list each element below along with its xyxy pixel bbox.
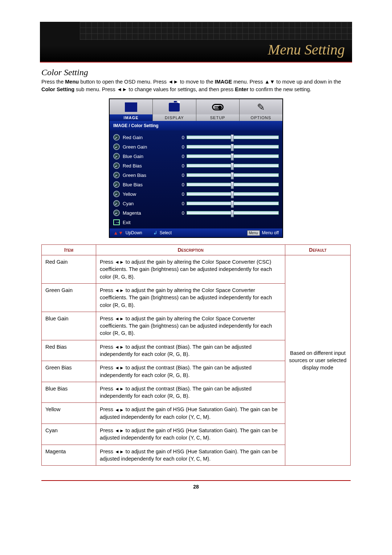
footer-select: ↲Select	[153, 230, 172, 236]
osd-row-magenta[interactable]: Magenta0	[113, 208, 279, 218]
text: to adjust the gain by altering the Color…	[100, 316, 272, 336]
knob-icon	[113, 162, 120, 169]
text: to adjust the gain by altering the Color…	[100, 259, 272, 280]
knob-icon	[113, 134, 120, 141]
knob-icon	[113, 172, 120, 178]
options-tab-icon: ✎	[253, 101, 269, 114]
osd-tab-display[interactable]: DISPLAY	[152, 99, 196, 121]
osd-row-blue-gain[interactable]: Blue Gain0	[113, 151, 279, 161]
osd-row-yellow[interactable]: Yellow0	[113, 189, 279, 199]
slider[interactable]	[187, 135, 279, 139]
left-right-icon: ◄►	[115, 344, 124, 351]
osd-row-value: 0	[173, 154, 184, 159]
left-right-icon: ◄►	[115, 287, 124, 294]
text: to move to the	[179, 79, 215, 85]
osd-row-blue-bias[interactable]: Blue Bias0	[113, 180, 279, 189]
footer-rule	[41, 480, 351, 481]
slider[interactable]	[187, 183, 279, 186]
osd-row-label: Exit	[123, 220, 173, 225]
left-right-icon: ◄►	[115, 365, 124, 371]
osd-row-red-bias[interactable]: Red Bias0	[113, 161, 279, 170]
exit-icon	[113, 219, 120, 225]
osd-tab-setup[interactable]: SETUP	[196, 99, 239, 121]
osd-row-label: Red Gain	[123, 135, 173, 140]
intro-paragraph: Press the Menu button to open the OSD me…	[41, 78, 351, 93]
osd-row-value: 0	[173, 135, 184, 140]
cell-item: Blue Gain	[42, 312, 96, 340]
footer-label: Select	[160, 230, 172, 235]
osd-row-red-gain[interactable]: Red Gain0	[113, 133, 279, 142]
cell-item: Cyan	[42, 424, 96, 445]
spec-table: Item Description Default Red Gain Press …	[41, 244, 351, 466]
text: Press	[100, 365, 115, 370]
section-title: Color Setting	[41, 68, 351, 77]
text: Press	[100, 428, 115, 433]
cell-desc: Press ◄► to adjust the gain by altering …	[96, 312, 285, 340]
cell-desc: Press ◄► to adjust the gain by altering …	[96, 283, 285, 312]
col-item: Item	[42, 245, 96, 255]
cell-item: Red Gain	[42, 255, 96, 284]
osd-tab-label: DISPLAY	[153, 114, 196, 121]
osd-tab-label: OPTIONS	[240, 114, 282, 121]
osd-breadcrumb: IMAGE / Color Setting	[110, 121, 282, 130]
osd-tab-label: IMAGE	[110, 114, 152, 121]
knob-icon	[113, 191, 120, 197]
text: Press	[100, 449, 115, 454]
up-down-icon: ▲▼	[265, 79, 275, 85]
footer-updown: ▲▼UpDown	[113, 230, 142, 236]
osd-row-label: Blue Bias	[123, 182, 173, 187]
text: Press	[100, 287, 115, 293]
text: sub menu. Press	[74, 86, 117, 92]
osd-panel: IMAGE DISPLAY SETUP ✎ OPTIONS IMAGE / Co…	[109, 98, 283, 238]
left-right-icon: ◄►	[115, 428, 124, 434]
osd-tabs: IMAGE DISPLAY SETUP ✎ OPTIONS	[110, 99, 282, 121]
slider[interactable]	[187, 211, 279, 215]
slider[interactable]	[187, 192, 279, 196]
left-right-icon: ◄►	[115, 386, 124, 392]
cell-item: Magenta	[42, 445, 96, 466]
osd-row-green-bias[interactable]: Green Bias0	[113, 170, 279, 180]
osd-row-label: Cyan	[123, 201, 173, 206]
slider[interactable]	[187, 145, 279, 149]
osd-tab-options[interactable]: ✎ OPTIONS	[239, 99, 282, 121]
osd-row-exit[interactable]: Exit	[113, 218, 279, 227]
col-desc: Description	[96, 245, 285, 255]
text: to confirm the new setting.	[248, 86, 311, 92]
osd-row-value: 0	[173, 144, 184, 150]
osd-row-value: 0	[173, 163, 184, 169]
cell-desc: Press ◄► to adjust the contrast (Bias). …	[96, 340, 285, 361]
cell-desc: Press ◄► to adjust the gain of HSG (Hue …	[96, 424, 285, 445]
osd-tab-label: SETUP	[196, 114, 239, 121]
osd-row-cyan[interactable]: Cyan0	[113, 199, 279, 208]
left-right-icon: ◄►	[117, 86, 127, 92]
slider[interactable]	[187, 173, 279, 177]
footer-label: Menu off	[262, 230, 279, 235]
cell-item: Red Bias	[42, 340, 96, 361]
setup-tab-icon	[210, 101, 225, 114]
page-number: 28	[41, 484, 351, 490]
knob-icon	[113, 143, 120, 150]
header-banner: Menu Setting	[40, 22, 352, 62]
left-right-icon: ◄►	[115, 449, 124, 455]
osd-body: Red Gain0 Green Gain0 Blue Gain0 Red Bia…	[110, 130, 282, 228]
col-default: Default	[285, 245, 351, 255]
knob-icon	[113, 200, 120, 207]
text: to move up and down in the	[276, 79, 341, 85]
osd-row-green-gain[interactable]: Green Gain0	[113, 142, 279, 151]
slider[interactable]	[187, 154, 279, 158]
text: Press	[100, 406, 115, 412]
text: to adjust the gain by altering the Color…	[100, 287, 272, 308]
slider[interactable]	[187, 202, 279, 205]
cell-desc: Press ◄► to adjust the gain of HSG (Hue …	[96, 403, 285, 424]
osd-tab-image[interactable]: IMAGE	[110, 99, 152, 121]
banner-grid	[80, 22, 352, 40]
osd-row-value: 0	[173, 201, 184, 206]
text: to adjust the gain of HSG (Hue Saturatio…	[100, 449, 278, 462]
osd-row-label: Yellow	[123, 191, 173, 197]
cell-desc: Press ◄► to adjust the contrast (Bias). …	[96, 361, 285, 382]
slider[interactable]	[187, 164, 279, 167]
text-bold: Enter	[235, 86, 248, 92]
text: button to open the OSD menu. Press	[79, 79, 168, 85]
text: Press	[100, 344, 115, 350]
text: Press	[100, 316, 115, 321]
